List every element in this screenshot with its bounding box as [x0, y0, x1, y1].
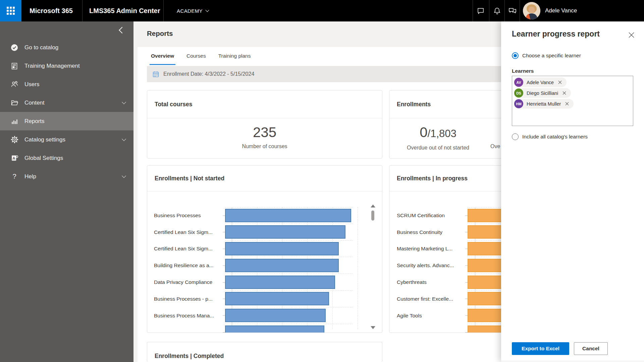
radio-choose-specific-learner[interactable]: Choose a specific learner	[512, 52, 581, 59]
category-label: Certified Lean Six Sigm...	[147, 246, 225, 252]
category-label: Business Process Mana...	[147, 313, 225, 319]
learner-chip: DS Diego Sicilliani	[514, 88, 571, 98]
category-label: Certified Lean Six Sigm...	[147, 229, 225, 235]
sidebar-item-content[interactable]: Content	[0, 94, 133, 112]
total-courses-value: 235	[147, 124, 382, 140]
scrollbar-thumb[interactable]	[371, 210, 374, 221]
learners-label: Learners	[512, 68, 534, 74]
sidebar-item-label: Global Settings	[24, 155, 63, 162]
export-to-excel-button[interactable]: Export to Excel	[512, 342, 569, 355]
sidebar-item-label: Users	[24, 81, 39, 88]
calendar-icon	[152, 71, 159, 78]
svg-text:A: A	[12, 156, 15, 160]
learner-chip: AV Adele Vance	[514, 77, 567, 87]
bar-not-started[interactable]	[225, 225, 345, 239]
tab-overview[interactable]: Overview	[150, 47, 175, 65]
folder-icon	[10, 99, 19, 107]
enrollments-value: 0/1,803	[389, 124, 487, 142]
sidebar-item-training-management[interactable]: Training Management	[0, 57, 133, 75]
app-launcher-button[interactable]	[0, 0, 21, 21]
chat-button[interactable]	[473, 0, 488, 21]
panel-bottom-divider	[501, 361, 644, 361]
remove-learner-button[interactable]	[564, 101, 570, 107]
category-label: SCRUM Certification	[389, 213, 468, 219]
avatar: AV	[514, 78, 523, 87]
topbar-divider	[163, 0, 164, 21]
not-started-bar-chart: Business Processes Certified Lean Six Si…	[147, 191, 382, 333]
notifications-button[interactable]	[489, 0, 505, 21]
lms365-admin-app: Microsoft 365 LMS365 Admin Center ACADEM…	[0, 0, 644, 362]
avatar: DS	[514, 88, 523, 98]
sidebar-item-go-to-catalog[interactable]: Go to catalog	[0, 38, 133, 57]
sidebar-item-users[interactable]: Users	[0, 75, 133, 94]
sidebar-item-reports[interactable]: Reports	[0, 112, 133, 130]
topbar-divider	[520, 0, 520, 21]
avatar-image	[523, 2, 540, 19]
bar-not-started[interactable]	[225, 242, 339, 255]
global-settings-icon: A	[10, 154, 19, 163]
top-bar: Microsoft 365 LMS365 Admin Center ACADEM…	[0, 0, 644, 21]
category-label: Security alerts. Advanc...	[389, 262, 468, 268]
sidebar-item-catalog-settings[interactable]: Catalog settings	[0, 130, 133, 149]
waffle-icon	[7, 7, 15, 15]
bar-not-started[interactable]	[225, 209, 351, 222]
sidebar-item-label: Go to catalog	[24, 44, 58, 51]
learner-chip: HM Henrietta Muller	[514, 99, 574, 109]
chat-icon	[477, 7, 485, 15]
scroll-up-icon[interactable]	[371, 204, 375, 207]
sidebar-item-label: Catalog settings	[24, 136, 65, 143]
learner-progress-report-panel: Learner progress report Choose a specifi…	[501, 21, 644, 362]
close-button[interactable]	[627, 31, 635, 39]
report-tabs: Overview Courses Training plans	[150, 47, 262, 65]
category-label: Building Resilience as a...	[147, 262, 225, 268]
tab-training-plans[interactable]: Training plans	[218, 47, 252, 65]
category-label: Customer first: Excelle...	[389, 296, 468, 302]
radio-include-all-learners[interactable]: Include all catalog's learners	[512, 133, 588, 140]
scroll-down-icon[interactable]	[371, 326, 375, 329]
gear-icon	[10, 135, 19, 144]
feedback-button[interactable]	[505, 0, 520, 21]
remove-learner-button[interactable]	[561, 90, 567, 96]
panel-title: Learner progress report	[512, 29, 600, 39]
remove-icon	[558, 80, 562, 84]
chart-row: Certified Lean Six Sigm...	[147, 241, 382, 257]
radio-unselected-icon[interactable]	[512, 133, 519, 140]
chevron-down-icon	[205, 8, 209, 12]
catalog-selector[interactable]: ACADEMY	[177, 0, 209, 21]
chart-scrollbar[interactable]	[370, 203, 376, 330]
learners-picker[interactable]: AV Adele Vance DS Diego Sicilliani HM He…	[512, 76, 633, 126]
total-courses-caption: Number of courses	[147, 143, 382, 149]
tab-courses[interactable]: Courses	[186, 47, 207, 65]
category-label: Cyberthreats	[389, 279, 468, 285]
training-doc-icon	[10, 62, 19, 70]
card-enrollments-not-started: Enrollments | Not started Business Proce…	[147, 165, 382, 333]
remove-learner-button[interactable]	[557, 80, 562, 85]
chart-row: Certified Lean Six Sigm...	[147, 224, 382, 241]
close-icon	[629, 32, 634, 38]
bar-not-started[interactable]	[225, 309, 326, 322]
sidebar-collapse-button[interactable]	[117, 26, 125, 35]
card-enrollments-completed: Enrollments | Completed	[147, 342, 382, 362]
sidebar-nav: Go to catalog Training Management Users …	[0, 38, 133, 186]
brand-title: Microsoft 365	[30, 0, 73, 21]
user-avatar[interactable]	[523, 2, 540, 19]
category-label: Mastering Marketing L...	[389, 246, 468, 252]
users-icon	[10, 80, 19, 89]
sidebar-item-label: Help	[24, 173, 36, 180]
sidebar-item-global-settings[interactable]: A Global Settings	[0, 149, 133, 167]
category-label: Business Processes - p...	[147, 296, 225, 302]
card-title: Enrollments | Not started	[147, 166, 382, 191]
sidebar-item-help[interactable]: ? Help	[0, 167, 133, 186]
sidebar-item-label: Reports	[24, 118, 45, 125]
bar-chart-icon	[10, 117, 19, 126]
bar-not-started[interactable]	[225, 259, 339, 272]
chart-row: Data Privacy Compliance	[147, 274, 382, 291]
bar-not-started[interactable]	[225, 292, 329, 305]
bar-not-started[interactable]	[225, 325, 324, 333]
chart-row: Business Processes	[147, 207, 382, 224]
page-title: Reports	[147, 29, 173, 38]
cancel-button[interactable]: Cancel	[574, 342, 608, 355]
radio-selected-icon[interactable]	[512, 52, 519, 59]
feedback-icon	[508, 7, 517, 15]
bar-not-started[interactable]	[225, 276, 335, 289]
